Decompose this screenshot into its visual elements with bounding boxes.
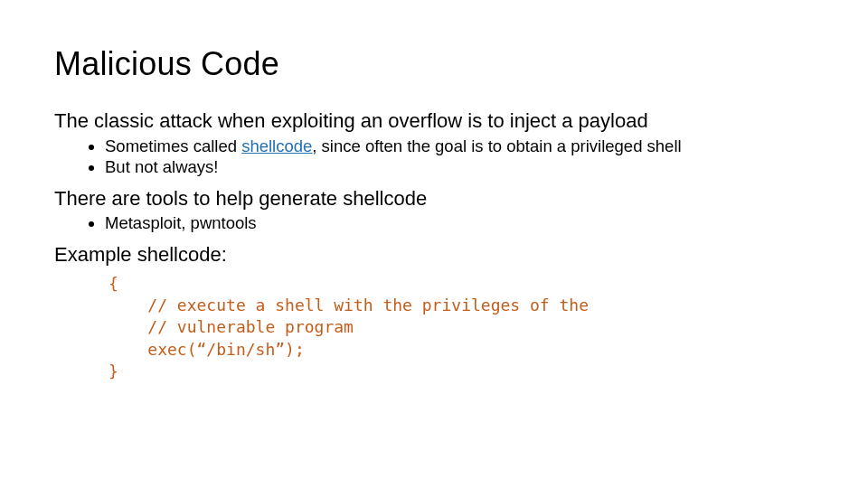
code-block: { // execute a shell with the privileges… bbox=[108, 273, 814, 382]
code-line: // execute a shell with the privileges o… bbox=[108, 295, 814, 316]
code-line: } bbox=[108, 361, 814, 382]
list-item: Sometimes called shellcode, since often … bbox=[105, 136, 814, 156]
code-line: { bbox=[108, 273, 814, 295]
list-item: Metasploit, pwntools bbox=[105, 212, 814, 233]
list-item: But not always! bbox=[105, 156, 814, 177]
list-text-suffix: , since often the goal is to obtain a pr… bbox=[312, 136, 681, 155]
code-line: exec(“/bin/sh”); bbox=[108, 339, 814, 361]
list-text-prefix: Sometimes called bbox=[105, 136, 241, 155]
sub-list-2: Metasploit, pwntools bbox=[54, 212, 814, 233]
shellcode-link[interactable]: shellcode bbox=[241, 136, 312, 155]
slide-title: Malicious Code bbox=[54, 45, 814, 83]
sub-list-1: Sometimes called shellcode, since often … bbox=[54, 136, 814, 177]
body-line-3: Example shellcode: bbox=[54, 242, 814, 267]
slide-container: Malicious Code The classic attack when e… bbox=[0, 0, 868, 488]
body-line-2: There are tools to help generate shellco… bbox=[54, 186, 814, 211]
code-line: // vulnerable program bbox=[108, 316, 814, 338]
body-line-1: The classic attack when exploiting an ov… bbox=[54, 108, 814, 134]
